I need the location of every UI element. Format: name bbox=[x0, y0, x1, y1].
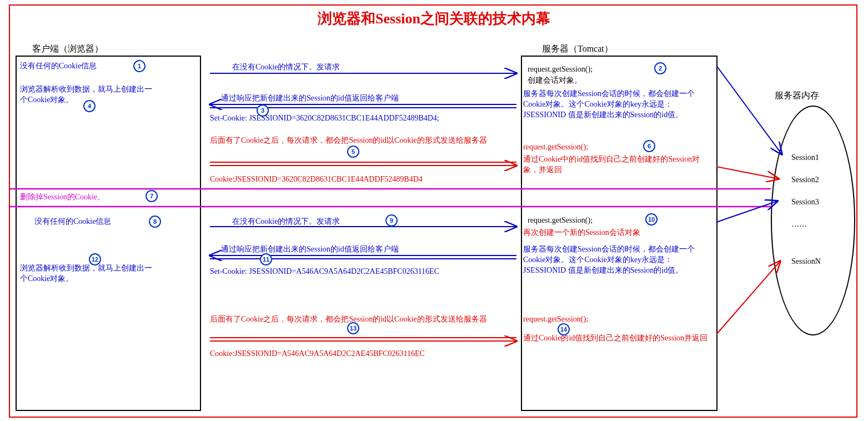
client-text-12: 浏览器解析收到数据，就马上创建出一个Cookie对象。 bbox=[20, 263, 153, 284]
memory-dots: …… bbox=[791, 219, 807, 230]
badge-1: 1 bbox=[133, 60, 145, 72]
badge-4: 4 bbox=[83, 100, 96, 112]
badge-8: 8 bbox=[149, 215, 161, 228]
client-text-7: 删除掉Session的Cookie。 bbox=[20, 192, 153, 203]
arrow-text-3b: Set-Cookie: JSESSIONID=3620C82D8631CBC1E… bbox=[210, 113, 521, 124]
badge-14: 14 bbox=[558, 323, 570, 335]
badge-7: 7 bbox=[145, 190, 158, 202]
badge-12: 12 bbox=[89, 253, 101, 265]
badge-13: 13 bbox=[347, 322, 359, 334]
memory-sessionN: SessionN bbox=[791, 257, 821, 267]
badge-11: 11 bbox=[260, 253, 272, 265]
arrow-text-13b: Cookie:JSESSIONID=A546AC9A5A64D2C2AE45BF… bbox=[210, 349, 521, 359]
memory-session2: Session2 bbox=[791, 175, 819, 186]
server-text-2b: 创建会话对象。 bbox=[528, 76, 582, 86]
client-text-8: 没有任何的Cookie信息 bbox=[34, 217, 145, 227]
server-text-10b: 再次创建一个新的Session会话对象 bbox=[523, 228, 713, 238]
badge-5: 5 bbox=[347, 146, 359, 158]
server-label: 服务器（Tomcat） bbox=[542, 43, 613, 55]
server-text-10a: request.getSession(); bbox=[528, 215, 593, 226]
server-text-10c: 服务器每次创建Session会话的时候，都会创建一个Cookie对象。这个Coo… bbox=[523, 244, 713, 276]
memory-session1: Session1 bbox=[791, 153, 819, 163]
diagram-canvas: 浏览器和Session之间关联的技术内幕 客户端（浏览器） 服务器（Tomcat… bbox=[0, 0, 868, 421]
server-text-14b: 通过Cookie的id值找到自己之前创建好的Session并返回 bbox=[523, 333, 713, 344]
server-text-6a: request.getSession(); bbox=[523, 142, 588, 153]
badge-9: 9 bbox=[385, 214, 398, 227]
arrow-text-3a: 通过响应把新创建出来的Session的id值返回给客户端 bbox=[221, 93, 515, 104]
server-text-14a: request.getSession(); bbox=[523, 314, 588, 325]
client-box bbox=[16, 56, 201, 411]
arrow-text-1: 在没有Cookie的情况下。发请求 bbox=[232, 62, 340, 73]
arrow-text-5a: 后面有了Cookie之后，每次请求，都会把Session的id以Cookie的形… bbox=[210, 136, 504, 146]
badge-3: 3 bbox=[257, 104, 269, 117]
badge-2: 2 bbox=[654, 62, 666, 74]
memory-oval bbox=[771, 106, 855, 335]
server-text-2a: request.getSession(); bbox=[528, 64, 593, 75]
server-text-2c: 服务器每次创建Session会话的时候，都会创建一个Cookie对象。这个Coo… bbox=[523, 89, 713, 121]
client-text-1: 没有任何的Cookie信息 bbox=[20, 61, 131, 72]
arrow-text-11b: Set-Cookie: JSESSIONID=A546AC9A5A64D2C2A… bbox=[210, 267, 521, 277]
badge-10: 10 bbox=[645, 213, 658, 225]
memory-session3: Session3 bbox=[791, 197, 819, 208]
arrow-text-9: 在没有Cookie的情况下。发请求 bbox=[232, 217, 340, 227]
diagram-title: 浏览器和Session之间关联的技术内幕 bbox=[0, 9, 868, 28]
server-text-6b: 通过Cookie中的id值找到自己之前创建好的Session对象，并返回 bbox=[523, 154, 713, 176]
badge-6: 6 bbox=[643, 140, 655, 152]
client-label: 客户端（浏览器） bbox=[32, 43, 103, 55]
memory-label: 服务器内存 bbox=[775, 90, 819, 102]
arrow-text-5b: Cookie:JSESSIONID=3620C82D8631CBC1E44ADD… bbox=[210, 174, 521, 185]
